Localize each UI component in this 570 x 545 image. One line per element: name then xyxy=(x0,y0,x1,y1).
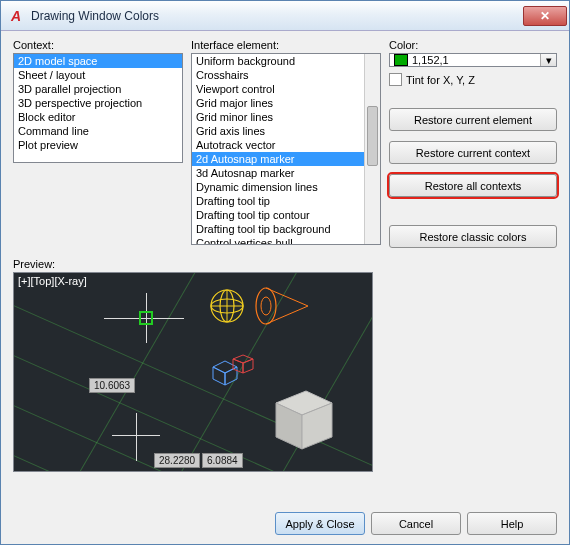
list-item[interactable]: Autotrack vector xyxy=(192,138,380,152)
chevron-down-icon[interactable]: ▾ xyxy=(540,54,556,66)
tint-label: Tint for X, Y, Z xyxy=(406,74,475,86)
list-item[interactable]: Drafting tool tip contour xyxy=(192,208,380,222)
help-button[interactable]: Help xyxy=(467,512,557,535)
list-item[interactable]: Dynamic dimension lines xyxy=(192,180,380,194)
restore-context-button[interactable]: Restore current context xyxy=(389,141,557,164)
list-item[interactable]: 3D parallel projection xyxy=(14,82,182,96)
list-item[interactable]: 3D perspective projection xyxy=(14,96,182,110)
list-item[interactable]: 2d Autosnap marker xyxy=(192,152,380,166)
list-item[interactable]: Plot preview xyxy=(14,138,182,152)
list-item[interactable]: Drafting tool tip xyxy=(192,194,380,208)
restore-element-button[interactable]: Restore current element xyxy=(389,108,557,131)
color-dropdown[interactable]: 1,152,1 ▾ xyxy=(389,53,557,67)
titlebar: A Drawing Window Colors ✕ xyxy=(1,1,569,31)
content-area: Context: 2D model space Sheet / layout 3… xyxy=(1,31,569,545)
apply-close-button[interactable]: Apply & Close xyxy=(275,512,365,535)
list-item[interactable]: Uniform background xyxy=(192,54,380,68)
color-swatch-icon xyxy=(394,54,408,66)
list-item[interactable]: Control vertices hull xyxy=(192,236,380,245)
list-item[interactable]: Drafting tool tip background xyxy=(192,222,380,236)
button-label: Restore classic colors xyxy=(420,231,527,243)
color-value: 1,152,1 xyxy=(412,54,449,66)
list-item[interactable]: Grid minor lines xyxy=(192,110,380,124)
svg-line-7 xyxy=(266,306,308,324)
list-item[interactable]: Command line xyxy=(14,124,182,138)
restore-all-button[interactable]: Restore all contexts xyxy=(389,174,557,197)
dimension-value: 28.2280 xyxy=(154,453,200,468)
list-item[interactable]: Block editor xyxy=(14,110,182,124)
button-label: Restore current context xyxy=(416,147,530,159)
scrollbar-thumb[interactable] xyxy=(367,106,378,166)
close-button[interactable]: ✕ xyxy=(523,6,567,26)
wireframe-sphere-icon xyxy=(209,288,245,324)
list-item[interactable]: 2D model space xyxy=(14,54,182,68)
tint-checkbox-row[interactable]: Tint for X, Y, Z xyxy=(389,73,557,86)
color-label: Color: xyxy=(389,39,557,51)
interface-listbox[interactable]: Uniform background Crosshairs Viewport c… xyxy=(191,53,381,245)
scrollbar[interactable] xyxy=(364,54,380,244)
button-label: Restore all contexts xyxy=(425,180,522,192)
list-item[interactable]: Grid major lines xyxy=(192,96,380,110)
preview-label: Preview: xyxy=(13,258,557,270)
svg-marker-10 xyxy=(213,367,225,385)
wireframe-boxes-icon xyxy=(209,353,259,389)
app-logo-icon: A xyxy=(7,7,25,25)
svg-marker-12 xyxy=(233,355,253,363)
svg-point-8 xyxy=(261,297,271,315)
list-item[interactable]: 3d Autosnap marker xyxy=(192,166,380,180)
button-label: Apply & Close xyxy=(285,518,354,530)
interface-label: Interface element: xyxy=(191,39,381,51)
preview-panel: [+][Top][X-ray] 10.6063 28.2280 6.0884 xyxy=(13,272,373,472)
wireframe-cone-icon xyxy=(254,285,310,327)
crosshair xyxy=(136,413,137,461)
list-item[interactable]: Viewport control xyxy=(192,82,380,96)
context-listbox[interactable]: 2D model space Sheet / layout 3D paralle… xyxy=(13,53,183,163)
cancel-button[interactable]: Cancel xyxy=(371,512,461,535)
svg-point-5 xyxy=(256,288,276,324)
window-title: Drawing Window Colors xyxy=(31,9,523,23)
tint-checkbox[interactable] xyxy=(389,73,402,86)
dimension-value: 10.6063 xyxy=(89,378,135,393)
dialog-footer: Apply & Close Cancel Help xyxy=(275,512,557,535)
button-label: Restore current element xyxy=(414,114,532,126)
solid-cube-icon xyxy=(266,381,336,451)
autosnap-marker-icon xyxy=(139,311,153,325)
svg-line-6 xyxy=(266,288,308,306)
list-item[interactable]: Crosshairs xyxy=(192,68,380,82)
context-label: Context: xyxy=(13,39,183,51)
dialog-window: A Drawing Window Colors ✕ Context: 2D mo… xyxy=(0,0,570,545)
list-item[interactable]: Grid axis lines xyxy=(192,124,380,138)
svg-marker-14 xyxy=(243,359,253,373)
restore-classic-button[interactable]: Restore classic colors xyxy=(389,225,557,248)
viewport-control-label: [+][Top][X-ray] xyxy=(18,275,87,287)
list-item[interactable]: Sheet / layout xyxy=(14,68,182,82)
dimension-value: 6.0884 xyxy=(202,453,243,468)
button-label: Help xyxy=(501,518,524,530)
button-label: Cancel xyxy=(399,518,433,530)
